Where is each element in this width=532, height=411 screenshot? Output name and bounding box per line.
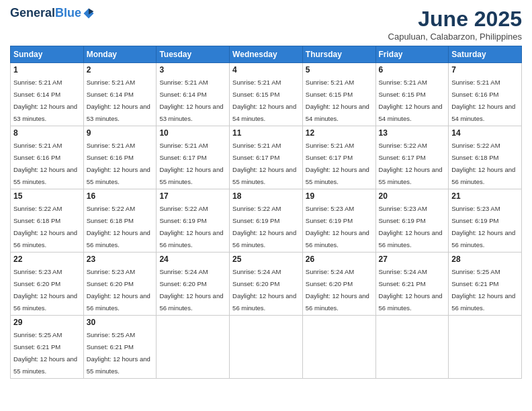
page-header: GeneralBlue June 2025 Capuluan, Calabarz… (10, 7, 522, 42)
calendar-day: 17 Sunrise: 5:22 AMSunset: 6:19 PMDaylig… (157, 189, 230, 253)
calendar-day: 12 Sunrise: 5:21 AMSunset: 6:17 PMDaylig… (302, 126, 375, 189)
header-monday: Monday (83, 46, 157, 63)
day-number: 21 (451, 191, 519, 201)
day-info: Sunrise: 5:24 AMSunset: 6:20 PMDaylight:… (306, 268, 369, 312)
day-info: Sunrise: 5:21 AMSunset: 6:14 PMDaylight:… (13, 79, 77, 122)
day-number: 8 (13, 128, 81, 138)
day-number: 11 (232, 128, 300, 138)
day-info: Sunrise: 5:25 AMSunset: 6:21 PMDaylight:… (87, 331, 150, 375)
day-number: 18 (232, 191, 300, 201)
calendar-day: 3 Sunrise: 5:21 AMSunset: 6:14 PMDayligh… (157, 63, 230, 126)
day-info: Sunrise: 5:21 AMSunset: 6:14 PMDaylight:… (159, 79, 223, 122)
day-number: 14 (451, 128, 519, 138)
calendar-week-row: 8 Sunrise: 5:21 AMSunset: 6:16 PMDayligh… (11, 126, 522, 189)
calendar-day: 28 Sunrise: 5:25 AMSunset: 6:21 PMDaylig… (449, 253, 522, 316)
day-info: Sunrise: 5:21 AMSunset: 6:16 PMDaylight:… (13, 142, 77, 185)
calendar-day: 21 Sunrise: 5:23 AMSunset: 6:19 PMDaylig… (449, 189, 522, 253)
day-number: 5 (306, 65, 373, 75)
day-info: Sunrise: 5:21 AMSunset: 6:14 PMDaylight:… (87, 79, 150, 122)
calendar-day: 19 Sunrise: 5:23 AMSunset: 6:19 PMDaylig… (302, 189, 375, 253)
logo: GeneralBlue (10, 7, 95, 20)
calendar-week-row: 22 Sunrise: 5:23 AMSunset: 6:20 PMDaylig… (11, 253, 522, 316)
calendar-day: 29 Sunrise: 5:25 AMSunset: 6:21 PMDaylig… (11, 316, 84, 379)
calendar-day: 30 Sunrise: 5:25 AMSunset: 6:21 PMDaylig… (83, 316, 157, 379)
calendar-day: 15 Sunrise: 5:22 AMSunset: 6:18 PMDaylig… (11, 189, 84, 253)
calendar-day: 4 Sunrise: 5:21 AMSunset: 6:15 PMDayligh… (230, 63, 303, 126)
day-number: 15 (13, 191, 81, 201)
header-tuesday: Tuesday (157, 46, 230, 63)
day-number: 10 (159, 128, 226, 138)
calendar-day: 16 Sunrise: 5:22 AMSunset: 6:18 PMDaylig… (83, 189, 157, 253)
day-number: 25 (232, 255, 300, 264)
weekday-header-row: Sunday Monday Tuesday Wednesday Thursday… (11, 46, 522, 63)
header-thursday: Thursday (302, 46, 375, 63)
calendar-day: 18 Sunrise: 5:22 AMSunset: 6:19 PMDaylig… (230, 189, 303, 253)
day-info: Sunrise: 5:22 AMSunset: 6:19 PMDaylight:… (232, 205, 296, 248)
calendar-page: GeneralBlue June 2025 Capuluan, Calabarz… (0, 0, 532, 411)
day-number: 28 (451, 255, 519, 264)
day-info: Sunrise: 5:21 AMSunset: 6:15 PMDaylight:… (232, 79, 296, 122)
calendar-day: 1 Sunrise: 5:21 AMSunset: 6:14 PMDayligh… (11, 63, 84, 126)
day-number: 17 (159, 191, 226, 201)
header-sunday: Sunday (11, 46, 84, 63)
calendar-day: 27 Sunrise: 5:24 AMSunset: 6:21 PMDaylig… (375, 253, 449, 316)
logo-icon (83, 7, 95, 19)
day-number: 22 (13, 255, 81, 264)
empty-cell (157, 316, 230, 379)
day-info: Sunrise: 5:23 AMSunset: 6:20 PMDaylight:… (13, 268, 77, 312)
calendar-day: 20 Sunrise: 5:23 AMSunset: 6:19 PMDaylig… (375, 189, 449, 253)
calendar-day: 14 Sunrise: 5:22 AMSunset: 6:18 PMDaylig… (449, 126, 522, 189)
calendar-week-row: 1 Sunrise: 5:21 AMSunset: 6:14 PMDayligh… (11, 63, 522, 126)
calendar-day: 2 Sunrise: 5:21 AMSunset: 6:14 PMDayligh… (83, 63, 157, 126)
calendar-day: 13 Sunrise: 5:22 AMSunset: 6:17 PMDaylig… (375, 126, 449, 189)
calendar-day: 11 Sunrise: 5:21 AMSunset: 6:17 PMDaylig… (230, 126, 303, 189)
title-block: June 2025 Capuluan, Calabarzon, Philippi… (388, 7, 522, 42)
header-friday: Friday (375, 46, 449, 63)
day-number: 1 (13, 65, 81, 75)
day-number: 24 (159, 255, 226, 264)
day-number: 6 (379, 65, 446, 75)
day-number: 7 (451, 65, 519, 75)
day-info: Sunrise: 5:21 AMSunset: 6:16 PMDaylight:… (451, 79, 515, 122)
day-info: Sunrise: 5:22 AMSunset: 6:18 PMDaylight:… (87, 205, 150, 248)
calendar-day: 25 Sunrise: 5:24 AMSunset: 6:20 PMDaylig… (230, 253, 303, 316)
day-info: Sunrise: 5:21 AMSunset: 6:15 PMDaylight:… (379, 79, 443, 122)
day-info: Sunrise: 5:25 AMSunset: 6:21 PMDaylight:… (13, 331, 77, 375)
day-info: Sunrise: 5:22 AMSunset: 6:18 PMDaylight:… (451, 142, 515, 185)
day-number: 30 (87, 318, 154, 327)
day-number: 20 (379, 191, 446, 201)
day-info: Sunrise: 5:23 AMSunset: 6:19 PMDaylight:… (451, 205, 515, 248)
day-info: Sunrise: 5:23 AMSunset: 6:19 PMDaylight:… (306, 205, 369, 248)
header-saturday: Saturday (449, 46, 522, 63)
day-number: 27 (379, 255, 446, 264)
day-info: Sunrise: 5:22 AMSunset: 6:17 PMDaylight:… (379, 142, 443, 185)
day-number: 29 (13, 318, 81, 327)
empty-cell (375, 316, 449, 379)
day-info: Sunrise: 5:21 AMSunset: 6:17 PMDaylight:… (306, 142, 369, 185)
calendar-day: 5 Sunrise: 5:21 AMSunset: 6:15 PMDayligh… (302, 63, 375, 126)
calendar-day: 7 Sunrise: 5:21 AMSunset: 6:16 PMDayligh… (449, 63, 522, 126)
calendar-day: 26 Sunrise: 5:24 AMSunset: 6:20 PMDaylig… (302, 253, 375, 316)
day-info: Sunrise: 5:21 AMSunset: 6:15 PMDaylight:… (306, 79, 369, 122)
calendar-day: 23 Sunrise: 5:23 AMSunset: 6:20 PMDaylig… (83, 253, 157, 316)
day-info: Sunrise: 5:22 AMSunset: 6:18 PMDaylight:… (13, 205, 77, 248)
day-info: Sunrise: 5:22 AMSunset: 6:19 PMDaylight:… (159, 205, 223, 248)
day-number: 23 (87, 255, 154, 264)
calendar-day: 22 Sunrise: 5:23 AMSunset: 6:20 PMDaylig… (11, 253, 84, 316)
empty-cell (449, 316, 522, 379)
day-info: Sunrise: 5:21 AMSunset: 6:17 PMDaylight:… (159, 142, 223, 185)
calendar-week-row: 15 Sunrise: 5:22 AMSunset: 6:18 PMDaylig… (11, 189, 522, 253)
header-wednesday: Wednesday (230, 46, 303, 63)
day-info: Sunrise: 5:21 AMSunset: 6:17 PMDaylight:… (232, 142, 296, 185)
day-number: 4 (232, 65, 300, 75)
calendar-table: Sunday Monday Tuesday Wednesday Thursday… (10, 46, 522, 379)
calendar-day: 24 Sunrise: 5:24 AMSunset: 6:20 PMDaylig… (157, 253, 230, 316)
calendar-day: 9 Sunrise: 5:21 AMSunset: 6:16 PMDayligh… (83, 126, 157, 189)
day-number: 26 (306, 255, 373, 264)
day-info: Sunrise: 5:23 AMSunset: 6:19 PMDaylight:… (379, 205, 443, 248)
day-number: 3 (159, 65, 226, 75)
location-subtitle: Capuluan, Calabarzon, Philippines (388, 32, 522, 42)
day-info: Sunrise: 5:24 AMSunset: 6:20 PMDaylight:… (232, 268, 296, 312)
logo-text: GeneralBlue (10, 7, 81, 20)
day-info: Sunrise: 5:24 AMSunset: 6:20 PMDaylight:… (159, 268, 223, 312)
